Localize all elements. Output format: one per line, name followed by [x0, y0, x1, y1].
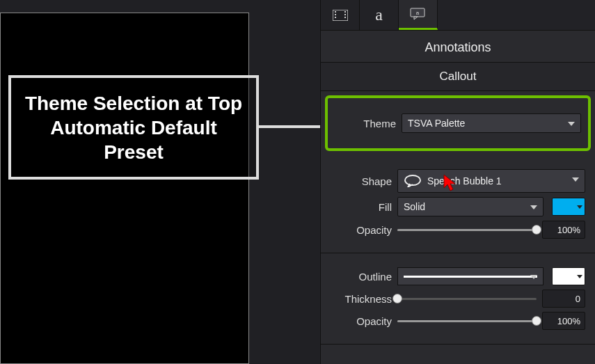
fill-value: Solid: [404, 201, 425, 212]
video-stage[interactable]: [0, 13, 249, 364]
panel-subtitle: Callout: [321, 62, 595, 91]
fill-select[interactable]: Solid: [397, 197, 544, 216]
fill-opacity-slider[interactable]: [397, 223, 537, 237]
outline-opacity-slider[interactable]: [397, 314, 537, 328]
panel-tabs: a a: [321, 0, 595, 31]
tab-media[interactable]: [321, 0, 360, 30]
panel-title: Annotations: [321, 31, 595, 62]
theme-label: Theme: [335, 118, 396, 129]
svg-point-9: [405, 175, 420, 185]
outline-opacity-label: Opacity: [331, 315, 392, 327]
chevron-down-icon: [530, 205, 537, 209]
svg-rect-1: [335, 11, 336, 13]
speech-bubble-icon: [404, 175, 422, 187]
chevron-down-icon: [577, 205, 582, 209]
outline-opacity-value[interactable]: [542, 312, 585, 330]
fill-opacity-value[interactable]: [542, 221, 585, 239]
theme-highlight: Theme TSVA Palette: [325, 95, 591, 151]
thickness-value[interactable]: [542, 290, 585, 308]
shape-label: Shape: [331, 175, 392, 187]
chevron-down-icon: [577, 275, 582, 278]
theme-value: TSVA Palette: [408, 118, 465, 129]
svg-rect-4: [344, 11, 346, 13]
callout-tab-icon: a: [410, 8, 427, 20]
shape-select[interactable]: Speech Bubble 1: [397, 169, 585, 193]
chevron-down-icon: [530, 275, 537, 279]
thickness-label: Thickness: [331, 293, 392, 305]
outline-line-preview: [404, 276, 537, 278]
svg-text:a: a: [415, 10, 419, 16]
canvas-area: Theme Selection at Top Automatic Default…: [0, 0, 320, 364]
svg-rect-2: [335, 14, 336, 15]
svg-rect-6: [344, 17, 346, 18]
tab-annotations[interactable]: a: [399, 0, 438, 30]
outline-color-swatch[interactable]: [552, 267, 585, 285]
overlay-callout-box[interactable]: Theme Selection at Top Automatic Default…: [8, 75, 259, 180]
outline-label: Outline: [331, 271, 392, 283]
properties-panel: a a Annotations Callout Theme TSVA Palet…: [320, 0, 595, 364]
svg-rect-5: [344, 14, 346, 15]
filmstrip-icon: [333, 10, 348, 21]
fill-opacity-label: Opacity: [331, 224, 392, 236]
fill-label: Fill: [331, 201, 392, 213]
svg-rect-3: [335, 17, 336, 18]
thickness-slider[interactable]: [397, 292, 537, 306]
fill-color-swatch[interactable]: [552, 198, 585, 216]
outline-style-select[interactable]: [397, 267, 544, 285]
tab-text[interactable]: a: [360, 0, 399, 30]
chevron-down-icon: [568, 122, 575, 126]
overlay-callout-text: Theme Selection at Top Automatic Default…: [21, 91, 246, 164]
chevron-down-icon: [572, 177, 579, 182]
shape-value: Speech Bubble 1: [427, 175, 502, 187]
theme-select[interactable]: TSVA Palette: [402, 113, 581, 133]
